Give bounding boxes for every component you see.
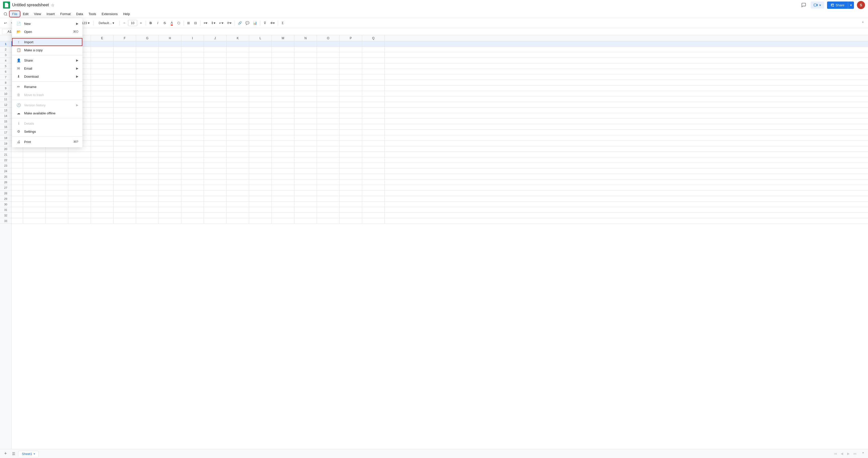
cell-D27[interactable] bbox=[68, 185, 91, 190]
row-num-11[interactable]: 11 bbox=[0, 96, 11, 102]
cell-N31[interactable] bbox=[294, 207, 317, 212]
cell-O15[interactable] bbox=[317, 119, 340, 124]
cell-M30[interactable] bbox=[272, 202, 294, 207]
cell-A25[interactable] bbox=[11, 174, 23, 179]
cell-M5[interactable] bbox=[272, 63, 294, 68]
cell-J15[interactable] bbox=[204, 119, 226, 124]
cell-D28[interactable] bbox=[68, 191, 91, 196]
cell-H29[interactable] bbox=[159, 196, 181, 201]
cell-B33[interactable] bbox=[23, 218, 46, 224]
cell-Q14[interactable] bbox=[362, 113, 385, 118]
cell-E32[interactable] bbox=[91, 213, 114, 218]
row-num-19[interactable]: 19 bbox=[0, 141, 11, 146]
row-num-9[interactable]: 9 bbox=[0, 85, 11, 91]
cell-M19[interactable] bbox=[272, 141, 294, 146]
cell-A26[interactable] bbox=[11, 179, 23, 185]
cell-G31[interactable] bbox=[136, 207, 159, 212]
formula-input[interactable] bbox=[34, 30, 866, 33]
col-header-f[interactable]: F bbox=[114, 35, 136, 41]
cell-Q8[interactable] bbox=[362, 80, 385, 85]
cell-A21[interactable] bbox=[11, 152, 23, 157]
cell-K20[interactable] bbox=[226, 146, 249, 151]
col-header-n[interactable]: N bbox=[294, 35, 317, 41]
menu-item-new[interactable]: 📄 New ▶ bbox=[12, 20, 82, 28]
cell-E28[interactable] bbox=[91, 191, 114, 196]
cell-O12[interactable] bbox=[317, 102, 340, 107]
col-header-j[interactable]: J bbox=[204, 35, 226, 41]
cell-K23[interactable] bbox=[226, 163, 249, 168]
cell-H14[interactable] bbox=[159, 113, 181, 118]
cell-E13[interactable] bbox=[91, 108, 114, 113]
cell-E20[interactable] bbox=[91, 146, 114, 151]
cell-N15[interactable] bbox=[294, 119, 317, 124]
cell-N1[interactable] bbox=[294, 41, 317, 47]
cell-M23[interactable] bbox=[272, 163, 294, 168]
cell-Q12[interactable] bbox=[362, 102, 385, 107]
cell-E1[interactable] bbox=[91, 41, 114, 47]
cell-N12[interactable] bbox=[294, 102, 317, 107]
strikethrough-btn[interactable]: S bbox=[161, 20, 168, 26]
cell-O32[interactable] bbox=[317, 213, 340, 218]
cell-L19[interactable] bbox=[249, 141, 272, 146]
cell-F22[interactable] bbox=[114, 158, 136, 163]
cell-J2[interactable] bbox=[204, 47, 226, 52]
cell-I24[interactable] bbox=[181, 168, 204, 174]
cell-P26[interactable] bbox=[340, 179, 362, 185]
cell-F12[interactable] bbox=[114, 102, 136, 107]
cell-K29[interactable] bbox=[226, 196, 249, 201]
cell-H27[interactable] bbox=[159, 185, 181, 190]
cell-O25[interactable] bbox=[317, 174, 340, 179]
cell-M28[interactable] bbox=[272, 191, 294, 196]
cell-P33[interactable] bbox=[340, 218, 362, 224]
cell-F28[interactable] bbox=[114, 191, 136, 196]
cell-N33[interactable] bbox=[294, 218, 317, 224]
cell-C30[interactable] bbox=[46, 202, 68, 207]
cell-F20[interactable] bbox=[114, 146, 136, 151]
cell-P2[interactable] bbox=[340, 47, 362, 52]
cell-G21[interactable] bbox=[136, 152, 159, 157]
cell-I1[interactable] bbox=[181, 41, 204, 47]
menu-format[interactable]: Format bbox=[58, 11, 73, 17]
cell-D33[interactable] bbox=[68, 218, 91, 224]
cell-L10[interactable] bbox=[249, 91, 272, 96]
cell-E14[interactable] bbox=[91, 113, 114, 118]
cell-K22[interactable] bbox=[226, 158, 249, 163]
cell-M2[interactable] bbox=[272, 47, 294, 52]
cell-M18[interactable] bbox=[272, 135, 294, 141]
cell-I17[interactable] bbox=[181, 130, 204, 135]
cell-J22[interactable] bbox=[204, 158, 226, 163]
row-num-7[interactable]: 7 bbox=[0, 75, 11, 80]
cell-B27[interactable] bbox=[23, 185, 46, 190]
cell-N30[interactable] bbox=[294, 202, 317, 207]
row-num-4[interactable]: 4 bbox=[0, 58, 11, 63]
cell-K24[interactable] bbox=[226, 168, 249, 174]
cell-L26[interactable] bbox=[249, 179, 272, 185]
cell-M22[interactable] bbox=[272, 158, 294, 163]
cell-O4[interactable] bbox=[317, 58, 340, 63]
row-num-23[interactable]: 23 bbox=[0, 163, 11, 168]
cell-J20[interactable] bbox=[204, 146, 226, 151]
cell-G29[interactable] bbox=[136, 196, 159, 201]
cell-J32[interactable] bbox=[204, 213, 226, 218]
cell-K11[interactable] bbox=[226, 96, 249, 102]
row-num-16[interactable]: 16 bbox=[0, 124, 11, 130]
cell-H22[interactable] bbox=[159, 158, 181, 163]
cell-N19[interactable] bbox=[294, 141, 317, 146]
cell-H7[interactable] bbox=[159, 75, 181, 80]
cell-E18[interactable] bbox=[91, 135, 114, 141]
cell-F1[interactable] bbox=[114, 41, 136, 47]
cell-N4[interactable] bbox=[294, 58, 317, 63]
cell-I9[interactable] bbox=[181, 85, 204, 91]
cell-Q11[interactable] bbox=[362, 96, 385, 102]
cell-M4[interactable] bbox=[272, 58, 294, 63]
cell-G33[interactable] bbox=[136, 218, 159, 224]
menu-item-share[interactable]: 👤 Share ▶ bbox=[12, 56, 82, 64]
cell-I32[interactable] bbox=[181, 213, 204, 218]
cell-N28[interactable] bbox=[294, 191, 317, 196]
cell-O18[interactable] bbox=[317, 135, 340, 141]
row-num-13[interactable]: 13 bbox=[0, 108, 11, 113]
cell-I30[interactable] bbox=[181, 202, 204, 207]
cell-M16[interactable] bbox=[272, 124, 294, 130]
cell-C23[interactable] bbox=[46, 163, 68, 168]
cell-Q21[interactable] bbox=[362, 152, 385, 157]
